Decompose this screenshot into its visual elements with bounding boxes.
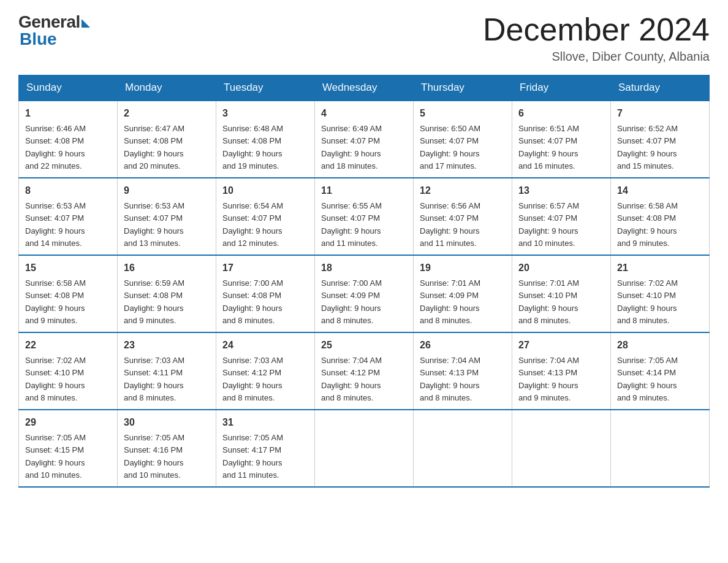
day-number: 18 [321,261,407,275]
calendar-cell: 22 Sunrise: 7:02 AMSunset: 4:10 PMDaylig… [19,332,118,410]
calendar-cell: 10 Sunrise: 6:54 AMSunset: 4:07 PMDaylig… [216,178,315,255]
day-number: 17 [222,261,308,275]
day-number: 19 [420,261,506,275]
day-number: 27 [518,338,604,353]
day-number: 11 [321,183,407,198]
calendar-cell [414,410,512,487]
cell-content: Sunrise: 6:49 AMSunset: 4:07 PMDaylight:… [321,124,382,170]
cell-content: Sunrise: 6:46 AMSunset: 4:08 PMDaylight:… [25,124,86,170]
calendar-cell: 1 Sunrise: 6:46 AMSunset: 4:08 PMDayligh… [19,101,118,178]
calendar-cell: 26 Sunrise: 7:04 AMSunset: 4:13 PMDaylig… [414,332,512,410]
cell-content: Sunrise: 6:54 AMSunset: 4:07 PMDaylight:… [222,201,283,248]
calendar-cell: 7 Sunrise: 6:52 AMSunset: 4:07 PMDayligh… [611,101,710,178]
day-number: 24 [222,338,308,353]
day-number: 23 [124,338,210,353]
logo: General Blue [18,12,90,49]
calendar-cell [512,410,611,487]
cell-content: Sunrise: 6:53 AMSunset: 4:07 PMDaylight:… [25,201,86,248]
cell-content: Sunrise: 7:02 AMSunset: 4:10 PMDaylight:… [25,356,86,402]
calendar-header-row: SundayMondayTuesdayWednesdayThursdayFrid… [19,75,710,101]
day-number: 20 [518,261,604,275]
cell-content: Sunrise: 7:03 AMSunset: 4:11 PMDaylight:… [124,356,184,402]
calendar-cell: 11 Sunrise: 6:55 AMSunset: 4:07 PMDaylig… [315,178,414,255]
cell-content: Sunrise: 6:48 AMSunset: 4:08 PMDaylight:… [222,124,283,170]
calendar-week-row: 8 Sunrise: 6:53 AMSunset: 4:07 PMDayligh… [19,178,710,255]
day-number: 8 [25,183,111,198]
title-section: December 2024 Sllove, Diber County, Alba… [483,12,710,64]
cell-content: Sunrise: 6:56 AMSunset: 4:07 PMDaylight:… [420,201,480,248]
calendar-cell: 5 Sunrise: 6:50 AMSunset: 4:07 PMDayligh… [414,101,512,178]
day-number: 5 [420,106,506,121]
day-number: 28 [617,338,703,353]
day-number: 3 [222,106,308,121]
calendar-week-row: 15 Sunrise: 6:58 AMSunset: 4:08 PMDaylig… [19,255,710,332]
calendar-cell: 30 Sunrise: 7:05 AMSunset: 4:16 PMDaylig… [118,410,216,487]
calendar-week-row: 1 Sunrise: 6:46 AMSunset: 4:08 PMDayligh… [19,101,710,178]
day-number: 9 [124,183,210,198]
day-number: 22 [25,338,111,353]
calendar-cell: 4 Sunrise: 6:49 AMSunset: 4:07 PMDayligh… [315,101,414,178]
cell-content: Sunrise: 6:58 AMSunset: 4:08 PMDaylight:… [617,201,678,248]
day-header-saturday: Saturday [611,75,710,101]
calendar-cell: 24 Sunrise: 7:03 AMSunset: 4:12 PMDaylig… [216,332,315,410]
cell-content: Sunrise: 7:01 AMSunset: 4:10 PMDaylight:… [518,278,579,325]
page-header: General Blue December 2024 Sllove, Diber… [18,12,710,64]
day-number: 13 [518,183,604,198]
calendar-cell [611,410,710,487]
day-number: 1 [25,106,111,121]
cell-content: Sunrise: 6:52 AMSunset: 4:07 PMDaylight:… [617,124,678,170]
day-number: 7 [617,106,703,121]
cell-content: Sunrise: 6:58 AMSunset: 4:08 PMDaylight:… [25,278,86,325]
cell-content: Sunrise: 7:04 AMSunset: 4:13 PMDaylight:… [518,356,579,402]
day-number: 12 [420,183,506,198]
logo-blue-text: Blue [20,29,57,49]
cell-content: Sunrise: 7:01 AMSunset: 4:09 PMDaylight:… [420,278,480,325]
cell-content: Sunrise: 7:02 AMSunset: 4:10 PMDaylight:… [617,278,678,325]
day-number: 14 [617,183,703,198]
day-number: 10 [222,183,308,198]
calendar-cell: 13 Sunrise: 6:57 AMSunset: 4:07 PMDaylig… [512,178,611,255]
calendar-cell: 21 Sunrise: 7:02 AMSunset: 4:10 PMDaylig… [611,255,710,332]
day-number: 29 [25,415,111,430]
day-number: 4 [321,106,407,121]
cell-content: Sunrise: 6:59 AMSunset: 4:08 PMDaylight:… [124,278,184,325]
calendar-cell: 17 Sunrise: 7:00 AMSunset: 4:08 PMDaylig… [216,255,315,332]
calendar-cell: 27 Sunrise: 7:04 AMSunset: 4:13 PMDaylig… [512,332,611,410]
month-title: December 2024 [483,12,710,47]
calendar-cell [315,410,414,487]
day-number: 6 [518,106,604,121]
cell-content: Sunrise: 7:05 AMSunset: 4:14 PMDaylight:… [617,356,678,402]
calendar-week-row: 29 Sunrise: 7:05 AMSunset: 4:15 PMDaylig… [19,410,710,487]
cell-content: Sunrise: 6:47 AMSunset: 4:08 PMDaylight:… [124,124,184,170]
day-header-tuesday: Tuesday [216,75,315,101]
calendar-cell: 15 Sunrise: 6:58 AMSunset: 4:08 PMDaylig… [19,255,118,332]
calendar-cell: 6 Sunrise: 6:51 AMSunset: 4:07 PMDayligh… [512,101,611,178]
cell-content: Sunrise: 7:00 AMSunset: 4:08 PMDaylight:… [222,278,283,325]
day-header-sunday: Sunday [19,75,118,101]
day-number: 30 [124,415,210,430]
calendar-cell: 28 Sunrise: 7:05 AMSunset: 4:14 PMDaylig… [611,332,710,410]
cell-content: Sunrise: 6:51 AMSunset: 4:07 PMDaylight:… [518,124,579,170]
cell-content: Sunrise: 7:05 AMSunset: 4:16 PMDaylight:… [124,433,184,480]
calendar-cell: 12 Sunrise: 6:56 AMSunset: 4:07 PMDaylig… [414,178,512,255]
cell-content: Sunrise: 6:50 AMSunset: 4:07 PMDaylight:… [420,124,480,170]
day-number: 15 [25,261,111,275]
calendar-cell: 9 Sunrise: 6:53 AMSunset: 4:07 PMDayligh… [118,178,216,255]
day-header-thursday: Thursday [414,75,512,101]
cell-content: Sunrise: 7:04 AMSunset: 4:13 PMDaylight:… [420,356,480,402]
day-number: 21 [617,261,703,275]
calendar-week-row: 22 Sunrise: 7:02 AMSunset: 4:10 PMDaylig… [19,332,710,410]
cell-content: Sunrise: 7:03 AMSunset: 4:12 PMDaylight:… [222,356,283,402]
cell-content: Sunrise: 7:00 AMSunset: 4:09 PMDaylight:… [321,278,382,325]
calendar-cell: 23 Sunrise: 7:03 AMSunset: 4:11 PMDaylig… [118,332,216,410]
calendar-cell: 29 Sunrise: 7:05 AMSunset: 4:15 PMDaylig… [19,410,118,487]
calendar-table: SundayMondayTuesdayWednesdayThursdayFrid… [18,75,710,488]
location-subtitle: Sllove, Diber County, Albania [483,50,710,64]
day-number: 25 [321,338,407,353]
day-number: 31 [222,415,308,430]
calendar-cell: 18 Sunrise: 7:00 AMSunset: 4:09 PMDaylig… [315,255,414,332]
calendar-cell: 19 Sunrise: 7:01 AMSunset: 4:09 PMDaylig… [414,255,512,332]
calendar-cell: 25 Sunrise: 7:04 AMSunset: 4:12 PMDaylig… [315,332,414,410]
cell-content: Sunrise: 6:57 AMSunset: 4:07 PMDaylight:… [518,201,579,248]
cell-content: Sunrise: 7:05 AMSunset: 4:15 PMDaylight:… [25,433,86,480]
